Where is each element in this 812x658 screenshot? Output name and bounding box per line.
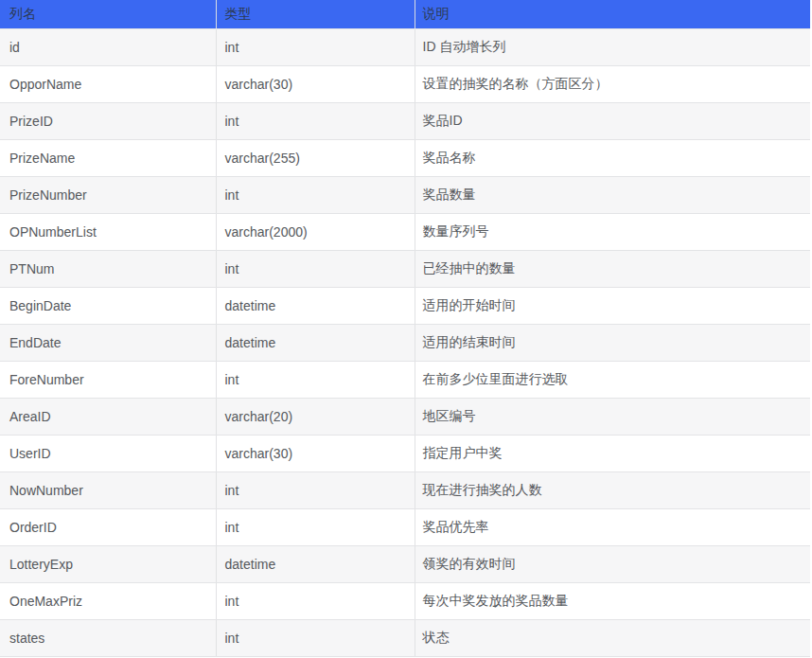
table-row: PTNumint已经抽中的数量 xyxy=(0,250,810,287)
table-row: NowNumberint现在进行抽奖的人数 xyxy=(0,471,810,508)
table-row: ForeNumberint在前多少位里面进行选取 xyxy=(0,361,810,398)
cell-type: varchar(255) xyxy=(216,139,415,176)
cell-type: varchar(20) xyxy=(216,398,415,435)
cell-type: varchar(2000) xyxy=(216,213,415,250)
cell-type: int xyxy=(216,361,415,398)
cell-description: 地区编号 xyxy=(415,398,810,435)
cell-description: 奖品优先率 xyxy=(415,508,810,545)
table-row: statesint状态 xyxy=(0,619,810,656)
table-row: OrderIDint奖品优先率 xyxy=(0,508,810,545)
cell-column-name: OneMaxPriz xyxy=(0,582,216,619)
database-schema-table: 列名 类型 说明 idintID 自动增长列OpporNamevarchar(3… xyxy=(0,0,810,657)
table-row: LotteryExpdatetime领奖的有效时间 xyxy=(0,545,810,582)
column-header-type: 类型 xyxy=(216,0,415,28)
cell-column-name: OrderID xyxy=(0,508,216,545)
cell-description: 现在进行抽奖的人数 xyxy=(415,471,810,508)
cell-column-name: OPNumberList xyxy=(0,213,216,250)
table-row: PrizeNumberint奖品数量 xyxy=(0,176,810,213)
cell-description: 在前多少位里面进行选取 xyxy=(415,361,810,398)
page: 列名 类型 说明 idintID 自动增长列OpporNamevarchar(3… xyxy=(0,0,812,658)
cell-description: 奖品名称 xyxy=(415,139,810,176)
table-row: EndDatedatetime适用的结束时间 xyxy=(0,324,810,361)
table-row: OpporNamevarchar(30)设置的抽奖的名称（方面区分） xyxy=(0,65,810,102)
cell-column-name: LotteryExp xyxy=(0,545,216,582)
table-row: OPNumberListvarchar(2000)数量序列号 xyxy=(0,213,810,250)
cell-description: 已经抽中的数量 xyxy=(415,250,810,287)
table-row: idintID 自动增长列 xyxy=(0,28,810,65)
cell-column-name: ForeNumber xyxy=(0,361,216,398)
cell-type: int xyxy=(216,508,415,545)
cell-type: int xyxy=(216,250,415,287)
cell-type: int xyxy=(216,28,415,65)
table-body: idintID 自动增长列OpporNamevarchar(30)设置的抽奖的名… xyxy=(0,28,810,656)
table-row: OneMaxPrizint每次中奖发放的奖品数量 xyxy=(0,582,810,619)
cell-column-name: PrizeName xyxy=(0,139,216,176)
cell-type: int xyxy=(216,582,415,619)
cell-column-name: AreaID xyxy=(0,398,216,435)
cell-description: 奖品数量 xyxy=(415,176,810,213)
cell-column-name: id xyxy=(0,28,216,65)
table-row: BeginDatedatetime适用的开始时间 xyxy=(0,287,810,324)
cell-description: 适用的开始时间 xyxy=(415,287,810,324)
cell-description: 状态 xyxy=(415,619,810,656)
cell-description: 领奖的有效时间 xyxy=(415,545,810,582)
cell-description: 数量序列号 xyxy=(415,213,810,250)
cell-description: 适用的结束时间 xyxy=(415,324,810,361)
table-row: PrizeNamevarchar(255)奖品名称 xyxy=(0,139,810,176)
cell-column-name: OpporName xyxy=(0,65,216,102)
table-row: AreaIDvarchar(20)地区编号 xyxy=(0,398,810,435)
column-header-description: 说明 xyxy=(415,0,810,28)
table-row: PrizeIDint奖品ID xyxy=(0,102,810,139)
cell-type: datetime xyxy=(216,545,415,582)
cell-type: int xyxy=(216,471,415,508)
cell-column-name: UserID xyxy=(0,435,216,471)
cell-description: ID 自动增长列 xyxy=(415,28,810,65)
cell-description: 奖品ID xyxy=(415,102,810,139)
cell-column-name: NowNumber xyxy=(0,471,216,508)
header-row: 列名 类型 说明 xyxy=(0,0,810,28)
cell-column-name: BeginDate xyxy=(0,287,216,324)
cell-type: int xyxy=(216,619,415,656)
cell-column-name: PTNum xyxy=(0,250,216,287)
cell-column-name: EndDate xyxy=(0,324,216,361)
cell-column-name: states xyxy=(0,619,216,656)
column-header-name: 列名 xyxy=(0,0,216,28)
cell-column-name: PrizeID xyxy=(0,102,216,139)
cell-description: 每次中奖发放的奖品数量 xyxy=(415,582,810,619)
cell-type: varchar(30) xyxy=(216,65,415,102)
cell-type: int xyxy=(216,176,415,213)
cell-description: 指定用户中奖 xyxy=(415,435,810,471)
cell-column-name: PrizeNumber xyxy=(0,176,216,213)
cell-type: int xyxy=(216,102,415,139)
cell-description: 设置的抽奖的名称（方面区分） xyxy=(415,65,810,102)
cell-type: datetime xyxy=(216,287,415,324)
table-row: UserIDvarchar(30)指定用户中奖 xyxy=(0,435,810,471)
cell-type: varchar(30) xyxy=(216,435,415,471)
cell-type: datetime xyxy=(216,324,415,361)
table-header: 列名 类型 说明 xyxy=(0,0,810,28)
